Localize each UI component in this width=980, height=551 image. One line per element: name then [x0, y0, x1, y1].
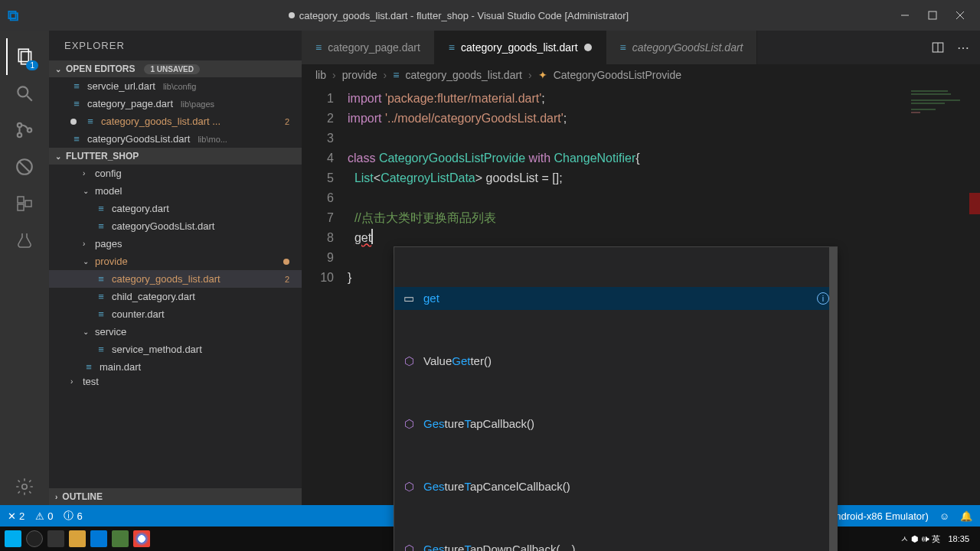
minimap[interactable] [903, 86, 980, 505]
keyword-icon: ▭ [402, 289, 416, 308]
open-editors-list: ≡ servcie_url.dart lib\config ≡ category… [49, 77, 302, 148]
explorer-taskbar-icon[interactable] [69, 530, 86, 547]
vscode-logo-icon: ⧉ [8, 7, 18, 24]
file-item[interactable]: ≡categoryGoodsList.dart [49, 217, 302, 235]
open-editors-header[interactable]: ⌄ OPEN EDITORS 1 UNSAVED [49, 60, 302, 77]
open-editor-item[interactable]: ≡ category_page.dart lib\pages [49, 95, 302, 112]
activity-bar: 1 [0, 31, 49, 505]
suggest-item[interactable]: ▭ get i [394, 287, 837, 310]
status-warnings[interactable]: ⚠ 0 [35, 510, 53, 522]
close-button[interactable] [954, 9, 966, 21]
file-item[interactable]: ≡category_goods_list.dart2 [49, 270, 302, 288]
file-icon: ≡ [393, 69, 399, 81]
file-item[interactable]: ≡child_category.dart [49, 288, 302, 305]
method-icon: ⬡ [402, 477, 416, 497]
outline-header[interactable]: › OUTLINE [49, 488, 302, 505]
sidebar-title: EXPLORER [49, 31, 302, 60]
scm-activity-icon[interactable] [6, 112, 43, 148]
unsaved-badge: 1 UNSAVED [144, 64, 200, 74]
folder-item[interactable]: ⌄model [49, 182, 302, 200]
explorer-sidebar: EXPLORER ⌄ OPEN EDITORS 1 UNSAVED ≡ serv… [49, 31, 302, 505]
dirty-dot-icon [70, 119, 77, 125]
line-gutter: 12345678910 [302, 86, 348, 505]
folder-item[interactable]: ⌄service [49, 323, 302, 341]
minimize-button[interactable] [899, 9, 911, 21]
suggest-item[interactable]: ⬡ValueGetter() [394, 350, 837, 373]
editor-area: ≡category_page.dart ≡category_goods_list… [302, 31, 980, 505]
file-icon: ≡ [449, 41, 455, 54]
text-cursor [371, 229, 373, 244]
chrome-taskbar-icon[interactable] [133, 530, 150, 547]
file-icon: ≡ [84, 116, 96, 127]
svg-point-8 [18, 123, 21, 127]
code-editor[interactable]: 12345678910 import 'package:flutter/mate… [302, 86, 980, 505]
settings-activity-icon[interactable] [6, 468, 43, 505]
file-icon: ≡ [315, 41, 322, 54]
chevron-down-icon: ⌄ [55, 65, 61, 73]
file-icon: ≡ [95, 344, 107, 355]
svg-rect-14 [18, 204, 24, 210]
info-icon[interactable]: i [817, 292, 829, 305]
dirty-dot-icon [584, 44, 592, 51]
suggest-widget[interactable]: ▭ get i ⬡ValueGetter() ⬡GestureTapCallba… [394, 246, 838, 551]
class-icon: ✦ [538, 69, 547, 81]
folder-item[interactable]: ›config [49, 165, 302, 182]
open-editor-item[interactable]: ≡ servcie_url.dart lib\config [49, 77, 302, 95]
suggest-item[interactable]: ⬡GestureTapCallback() [394, 412, 837, 435]
start-button[interactable] [5, 530, 21, 547]
testing-activity-icon[interactable] [6, 222, 43, 259]
file-item[interactable]: ≡category.dart [49, 200, 302, 217]
file-icon: ≡ [95, 273, 107, 285]
method-icon: ⬡ [402, 540, 416, 551]
suggest-scrollbar[interactable] [829, 247, 837, 551]
svg-rect-1 [929, 11, 936, 19]
suggest-item[interactable]: ⬡GestureTapCancelCallback() [394, 475, 837, 498]
app-taskbar-icon[interactable] [112, 530, 129, 547]
suggest-item[interactable]: ⬡GestureTapDownCallback(…) [394, 538, 837, 551]
svg-line-7 [27, 96, 32, 101]
split-editor-icon[interactable] [931, 41, 945, 54]
open-editor-item[interactable]: ≡ categoryGoodsList.dart lib\mo... [49, 130, 302, 148]
bell-icon[interactable]: 🔔 [960, 510, 972, 522]
more-actions-icon[interactable]: ⋯ [957, 41, 969, 55]
folder-item[interactable]: ⌄provide [49, 253, 302, 270]
vscode-taskbar-icon[interactable] [90, 530, 107, 547]
scroll-error-marker [969, 193, 980, 214]
file-icon: ≡ [70, 98, 83, 109]
chevron-right-icon: › [55, 493, 57, 501]
file-icon: ≡ [83, 361, 95, 373]
extensions-activity-icon[interactable] [6, 185, 43, 222]
breadcrumbs[interactable]: lib› provide› ≡ category_goods_list.dart… [302, 64, 980, 86]
svg-rect-15 [25, 201, 31, 207]
svg-line-12 [18, 161, 30, 172]
file-item[interactable]: ≡counter.dart [49, 305, 302, 323]
svg-point-6 [18, 86, 28, 96]
status-errors[interactable]: ✕ 2 [8, 510, 24, 522]
explorer-activity-icon[interactable]: 1 [6, 38, 43, 75]
folder-item[interactable]: ›pages [49, 235, 302, 253]
taskview-icon[interactable] [47, 530, 64, 547]
method-icon: ⬡ [402, 414, 416, 434]
project-header[interactable]: ⌄ FLUTTER_SHOP [49, 148, 302, 165]
debug-activity-icon[interactable] [6, 148, 43, 185]
file-item[interactable]: ≡service_method.dart [49, 341, 302, 358]
search-activity-icon[interactable] [6, 75, 43, 112]
feedback-icon[interactable]: ☺ [939, 510, 949, 522]
method-icon: ⬡ [402, 351, 416, 371]
editor-tabs: ≡category_page.dart ≡category_goods_list… [302, 31, 980, 64]
folder-item[interactable]: ›test [49, 376, 302, 386]
code-content[interactable]: import 'package:flutter/material.dart';i… [348, 86, 980, 505]
chevron-down-icon: ⌄ [55, 152, 61, 161]
open-editor-item[interactable]: ≡ category_goods_list.dart ... 2 [49, 112, 302, 130]
editor-tab[interactable]: ≡category_page.dart [302, 31, 435, 64]
file-icon: ≡ [95, 220, 107, 232]
clock[interactable]: 18:35 [948, 534, 969, 543]
editor-tab[interactable]: ≡categoryGoodsList.dart [606, 31, 758, 64]
status-info[interactable]: ⓘ 6 [64, 509, 82, 523]
maximize-button[interactable] [926, 9, 939, 21]
file-icon: ≡ [70, 133, 83, 145]
system-tray[interactable]: ㅅ ⬢ 🕪 英 [900, 533, 940, 545]
editor-tab[interactable]: ≡category_goods_list.dart [435, 31, 606, 64]
file-item[interactable]: ≡main.dart [49, 358, 302, 376]
cortana-icon[interactable] [26, 530, 43, 547]
